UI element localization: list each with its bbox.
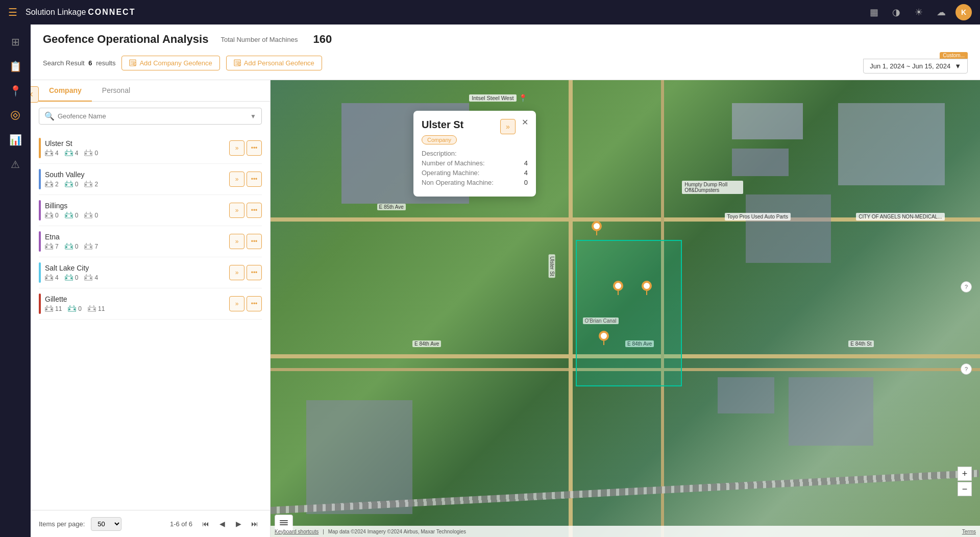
chevron-down-icon: ▼ bbox=[954, 62, 961, 70]
geofence-goto-button[interactable]: » bbox=[229, 203, 244, 218]
popup-machines-value: 4 bbox=[524, 159, 528, 167]
map-area[interactable]: E 85th Ave E 84th Ave E 84th Ave E 84th … bbox=[271, 80, 980, 537]
zoom-in-button[interactable]: + bbox=[958, 467, 972, 481]
navbar: ☰ Solution Linkage CONNECT ▦ ◑ ☀ ☁ K bbox=[0, 0, 980, 25]
sidebar-item-dashboard[interactable]: ⊞ bbox=[4, 31, 27, 53]
per-page-select[interactable]: 50 25 100 bbox=[91, 517, 121, 531]
tab-company[interactable]: Company bbox=[39, 80, 92, 102]
add-company-geofence-button[interactable]: Add Company Geofence bbox=[121, 56, 219, 70]
next-page-button[interactable]: ▶ bbox=[231, 517, 246, 531]
sidebar-item-geofence[interactable] bbox=[4, 104, 27, 127]
geofence-stats: 2 0 2 bbox=[45, 181, 225, 188]
geofence-more-button[interactable]: ••• bbox=[247, 296, 262, 311]
geofence-more-button[interactable]: ••• bbox=[247, 172, 262, 187]
terms-link[interactable]: Terms bbox=[962, 529, 976, 534]
stat-operating: 4 bbox=[65, 150, 79, 157]
geofence-goto-button[interactable]: » bbox=[229, 265, 244, 280]
close-filter-button[interactable]: ✕ bbox=[31, 86, 39, 103]
svg-point-25 bbox=[51, 215, 53, 217]
place-label-angels: CITY OF ANGELS NON-MEDICAL... bbox=[856, 213, 944, 221]
content-area: ✕ Company Personal 🔍 ▼ Ulster St bbox=[31, 80, 980, 537]
keyboard-shortcuts-link[interactable]: Keyboard shortcuts bbox=[275, 529, 318, 534]
popup-description-label: Description: bbox=[422, 150, 457, 157]
stat-non-operating: 2 bbox=[84, 181, 98, 188]
cloud-icon-btn[interactable]: ☁ bbox=[933, 4, 949, 20]
geofence-more-button[interactable]: ••• bbox=[247, 203, 262, 218]
first-page-button[interactable]: ⏮ bbox=[199, 517, 213, 531]
geofence-goto-button[interactable]: » bbox=[229, 234, 244, 249]
stat-total: 7 bbox=[45, 243, 59, 250]
prev-page-button[interactable]: ◀ bbox=[215, 517, 229, 531]
menu-icon[interactable]: ☰ bbox=[8, 6, 17, 18]
map-marker-2[interactable] bbox=[612, 280, 624, 295]
map-marker-4[interactable] bbox=[598, 330, 610, 345]
svg-point-58 bbox=[93, 308, 95, 310]
stat-operating: 0 bbox=[65, 181, 79, 188]
geofence-list-item: Ulster St 4 4 0 » ••• bbox=[39, 133, 262, 164]
map-attribution-text: Map data ©2024 Imagery ©2024 Airbus, Max… bbox=[328, 529, 466, 534]
geofence-goto-button[interactable]: » bbox=[229, 140, 244, 156]
geofence-goto-button[interactable]: » bbox=[229, 172, 244, 187]
sun-icon-btn[interactable]: ☀ bbox=[911, 4, 927, 20]
popup-type-badge: Company bbox=[422, 135, 457, 144]
stat-non-operating: 7 bbox=[84, 243, 98, 250]
map-info-button[interactable]: ? bbox=[961, 281, 972, 292]
svg-point-30 bbox=[85, 215, 87, 217]
last-page-button[interactable]: ⏭ bbox=[248, 517, 262, 531]
geofence-list-item: South Valley 2 0 2 » ••• bbox=[39, 164, 262, 195]
tab-personal[interactable]: Personal bbox=[92, 80, 140, 102]
map-canvas[interactable]: E 85th Ave E 84th Ave E 84th Ave E 84th … bbox=[271, 80, 980, 537]
total-value: 160 bbox=[313, 33, 332, 46]
svg-point-36 bbox=[65, 246, 67, 248]
sidebar-item-alerts[interactable]: ⚠ bbox=[4, 153, 27, 176]
popup-goto-button[interactable]: » bbox=[500, 119, 516, 134]
sidebar-item-reports[interactable]: 📋 bbox=[4, 55, 27, 78]
search-dropdown-arrow-icon[interactable]: ▼ bbox=[250, 113, 256, 120]
geofence-search-input[interactable] bbox=[58, 112, 247, 120]
stat-total: 4 bbox=[45, 150, 59, 157]
geofence-goto-button[interactable]: » bbox=[229, 296, 244, 311]
total-label: Total Number of Machines bbox=[220, 36, 298, 43]
geofence-actions: » ••• bbox=[229, 140, 262, 156]
stat-operating: 0 bbox=[65, 274, 79, 281]
popup-non-operating-label: Non Operating Machine: bbox=[422, 179, 494, 186]
avatar[interactable]: K bbox=[955, 4, 972, 20]
popup-operating-row: Operating Machine: 4 bbox=[422, 169, 528, 177]
geofence-more-button[interactable]: ••• bbox=[247, 234, 262, 249]
map-marker-3[interactable] bbox=[641, 280, 653, 295]
search-icon: 🔍 bbox=[44, 111, 55, 121]
custom-label: Custom... bbox=[940, 52, 968, 59]
geofence-info: Billings 0 0 0 bbox=[45, 202, 225, 219]
map-info-button-2[interactable]: ? bbox=[961, 363, 972, 375]
geofence-actions: » ••• bbox=[229, 203, 262, 218]
geofence-actions: » ••• bbox=[229, 265, 262, 280]
qr-icon-btn[interactable]: ▦ bbox=[866, 4, 882, 20]
map-marker-1[interactable] bbox=[591, 220, 603, 235]
add-personal-geofence-button[interactable]: Add Personal Geofence bbox=[226, 56, 322, 70]
geofence-list-item: Salt Lake City 4 0 4 » ••• bbox=[39, 257, 262, 288]
popup-machines-row: Number of Machines: 4 bbox=[422, 159, 528, 167]
geofence-actions: » ••• bbox=[229, 172, 262, 187]
svg-point-49 bbox=[90, 277, 92, 279]
tabs-row: Company Personal bbox=[31, 80, 270, 102]
geofence-more-button[interactable]: ••• bbox=[247, 140, 262, 156]
svg-point-62 bbox=[615, 283, 621, 289]
geofence-stats: 4 0 4 bbox=[45, 274, 225, 281]
zoom-out-button[interactable]: − bbox=[958, 482, 972, 496]
geofence-name: South Valley bbox=[45, 170, 225, 179]
popup-close-button[interactable]: ✕ bbox=[519, 116, 531, 128]
sidebar-item-analytics[interactable]: 📊 bbox=[4, 129, 27, 151]
date-range-button[interactable]: Jun 1, 2024 ~ Jun 15, 2024 ▼ bbox=[863, 59, 968, 74]
navbar-right: ▦ ◑ ☀ ☁ K bbox=[866, 4, 972, 20]
svg-point-42 bbox=[45, 277, 47, 279]
road-label-e85th-ave: E 85th Ave bbox=[377, 204, 406, 210]
place-label-intsel: Intsel Steel West 📍 bbox=[469, 94, 527, 102]
geofence-more-button[interactable]: ••• bbox=[247, 265, 262, 280]
theme-toggle-btn[interactable]: ◑ bbox=[888, 4, 904, 20]
sidebar-item-location[interactable]: 📍 bbox=[4, 80, 27, 102]
logo-text: Solution Linkage bbox=[26, 8, 86, 17]
svg-point-43 bbox=[51, 277, 53, 279]
svg-rect-67 bbox=[280, 522, 288, 523]
stat-non-operating: 0 bbox=[84, 212, 98, 219]
popup-non-operating-row: Non Operating Machine: 0 bbox=[422, 179, 528, 186]
